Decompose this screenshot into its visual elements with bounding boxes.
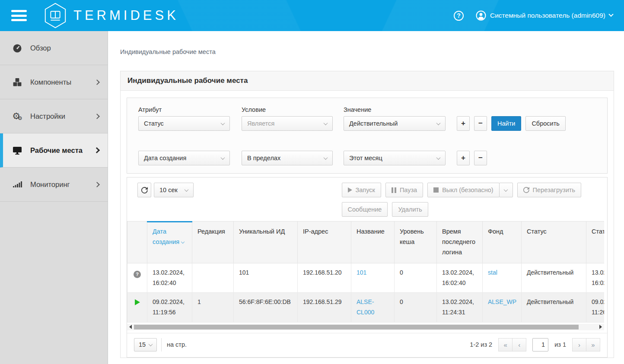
column-header-pool[interactable]: Фонд xyxy=(483,222,522,263)
total-pages-label: из 1 xyxy=(554,341,566,348)
column-header-name[interactable]: Название xyxy=(351,222,395,263)
shutdown-options-button[interactable] xyxy=(499,183,513,197)
gears-icon: ⚙⚙ xyxy=(12,111,23,121)
attribute-value: Статус xyxy=(144,120,164,127)
cell-status: Действительный xyxy=(522,263,586,293)
help-icon[interactable]: ? xyxy=(454,11,464,21)
cubes-icon xyxy=(12,77,23,87)
shutdown-button[interactable]: Выкл (безопасно) xyxy=(427,183,499,197)
add-filter-button-2[interactable]: + xyxy=(457,151,470,165)
pause-label: Пауза xyxy=(400,187,417,193)
column-header-status[interactable]: Статус xyxy=(522,222,586,263)
workplaces-table-wrapper: Дата создания Редакция Уникальный ИД IP-… xyxy=(127,221,604,323)
sidebar-item-settings[interactable]: ⚙⚙ Настройки xyxy=(0,99,108,133)
play-icon xyxy=(348,187,352,193)
message-button[interactable]: Сообщение xyxy=(342,202,388,217)
sidebar-item-workplaces[interactable]: Рабочие места xyxy=(0,133,108,168)
value-value-2: Этот месяц xyxy=(349,155,382,161)
pause-button[interactable]: Пауза xyxy=(385,183,423,197)
sidebar-item-label: Компоненты xyxy=(30,78,88,86)
condition-value-2: В пределах xyxy=(247,155,280,161)
shutdown-label: Выкл (безопасно) xyxy=(442,187,493,193)
scroll-left-icon[interactable] xyxy=(127,324,134,330)
reboot-button[interactable]: Перезагрузить xyxy=(517,183,581,197)
hamburger-menu-icon[interactable] xyxy=(11,10,27,21)
next-page-button[interactable]: › xyxy=(572,338,586,351)
page-number-input[interactable] xyxy=(532,338,548,351)
chevron-down-icon xyxy=(324,121,328,125)
table-row[interactable]: 09.02.2024, 11:19:56 1 56:6F:8F:6E:00:DB… xyxy=(127,293,605,323)
remove-filter-button-2[interactable]: − xyxy=(474,151,487,165)
scroll-right-icon[interactable] xyxy=(597,324,604,330)
value-select-2[interactable]: Этот месяц xyxy=(344,151,446,165)
attribute-select[interactable]: Статус xyxy=(138,116,230,131)
sidebar-item-monitoring[interactable]: Мониторинг xyxy=(0,168,108,202)
range-label: 1-2 из 2 xyxy=(470,341,492,348)
first-page-button[interactable]: « xyxy=(498,338,513,351)
refresh-button[interactable] xyxy=(137,183,151,197)
refresh-icon xyxy=(141,187,148,193)
brand-logo: TERMIDESK xyxy=(43,3,179,28)
divider xyxy=(161,338,162,351)
brand-name: TERMIDESK xyxy=(73,8,179,23)
desktop-icon xyxy=(12,145,23,155)
chevron-down-icon xyxy=(504,187,508,192)
remove-filter-button[interactable]: − xyxy=(474,116,487,131)
running-play-icon xyxy=(135,299,140,305)
attribute-select-2[interactable]: Дата создания xyxy=(138,151,230,165)
value-value: Действительный xyxy=(349,120,398,127)
column-header-revision[interactable]: Редакция xyxy=(192,222,234,263)
cell-created: 09.02.2024, 11:19:56 xyxy=(147,293,192,323)
condition-label: Условие xyxy=(242,106,333,113)
workplace-link[interactable]: ALSE-CL000 xyxy=(357,298,374,316)
search-button[interactable]: Найти xyxy=(491,116,521,131)
scrollbar-track[interactable] xyxy=(134,324,597,330)
pause-icon xyxy=(392,187,396,193)
pool-link[interactable]: stal xyxy=(488,269,497,276)
question-circle-icon: ? xyxy=(134,271,141,278)
horizontal-scrollbar[interactable] xyxy=(127,324,604,330)
start-button[interactable]: Запуск xyxy=(342,183,381,197)
condition-value: Является xyxy=(247,120,274,127)
cell-revision xyxy=(192,263,234,293)
condition-select-2[interactable]: В пределах xyxy=(242,151,333,165)
scrollbar-thumb[interactable] xyxy=(134,325,579,329)
column-header-ip[interactable]: IP-адрес xyxy=(298,222,351,263)
chevron-down-icon xyxy=(149,342,153,346)
column-header-update-status[interactable]: Статус обновления xyxy=(586,222,605,263)
chevron-down-icon xyxy=(221,121,225,125)
sidebar-item-overview[interactable]: Обзор xyxy=(0,31,108,65)
column-header-cache[interactable]: Уровень кеша xyxy=(395,222,437,263)
chevron-right-icon xyxy=(94,114,100,119)
start-label: Запуск xyxy=(356,187,375,193)
reset-button[interactable]: Сбросить xyxy=(525,116,565,131)
sidebar-item-components[interactable]: Компоненты xyxy=(0,65,108,99)
last-page-button[interactable]: » xyxy=(586,338,600,351)
column-header-last-login[interactable]: Время последнего логина xyxy=(437,222,483,263)
cell-uid: 56:6F:8F:6E:00:DB xyxy=(234,293,298,323)
chevron-down-icon xyxy=(185,187,189,192)
delete-button[interactable]: Удалить xyxy=(392,202,428,217)
chevron-right-icon xyxy=(94,182,100,187)
pagination-bar: 15 на стр. 1-2 из 2 « ‹ из 1 xyxy=(127,333,607,357)
add-filter-button[interactable]: + xyxy=(457,116,470,131)
chevron-down-icon xyxy=(324,155,328,160)
breadcrumb: Индивидуальные рабочие места xyxy=(120,48,624,55)
value-select[interactable]: Действительный xyxy=(344,116,446,131)
condition-select[interactable]: Является xyxy=(242,116,333,131)
cell-cache: 0 xyxy=(395,263,437,293)
prev-page-button[interactable]: ‹ xyxy=(512,338,526,351)
user-menu[interactable]: Системный пользователь (admin609) xyxy=(476,10,613,21)
page-title: Индивидуальные рабочие места xyxy=(121,71,614,91)
column-header-uid[interactable]: Уникальный ИД xyxy=(234,222,298,263)
table-row[interactable]: ? 13.02.2024, 16:02:40 101 192.168.51.20… xyxy=(127,263,605,293)
cell-uid: 101 xyxy=(234,263,298,293)
attribute-label: Атрибут xyxy=(138,106,230,113)
refresh-interval-select[interactable]: 10 сек xyxy=(154,183,194,197)
column-header-created[interactable]: Дата создания xyxy=(147,222,192,263)
cell-ip: 192.168.51.20 xyxy=(298,263,351,293)
workplace-link[interactable]: 101 xyxy=(357,269,366,276)
cell-last-login: 13.02.2024, 16:02:40 xyxy=(437,263,483,293)
pool-link[interactable]: ALSE_WP xyxy=(488,298,516,305)
page-size-select[interactable]: 15 xyxy=(134,338,157,351)
